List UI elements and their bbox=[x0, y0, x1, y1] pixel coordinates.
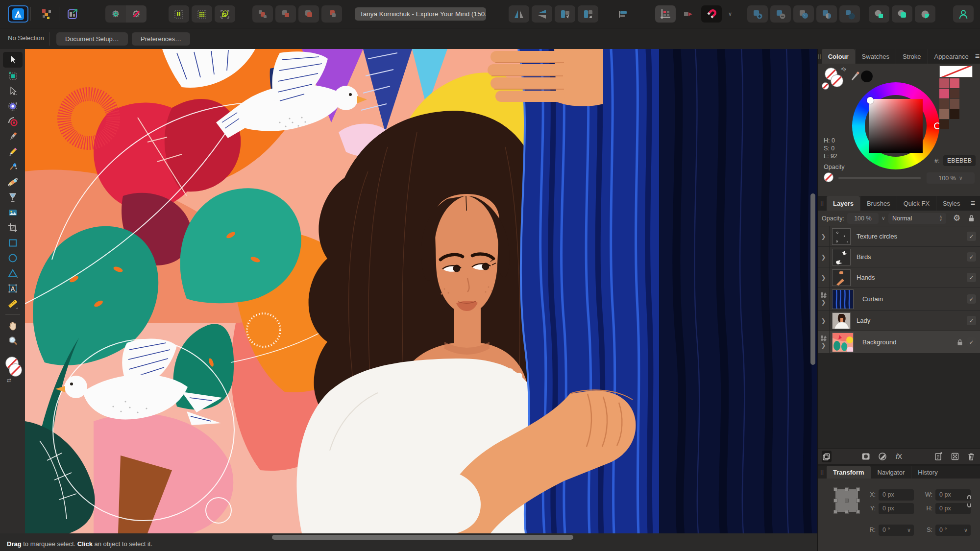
link-dimensions-icon[interactable] bbox=[966, 494, 973, 509]
gear-green-icon[interactable]: ⚙ bbox=[105, 5, 126, 23]
move-to-snap-icon[interactable] bbox=[678, 5, 699, 23]
saturation-square[interactable] bbox=[869, 99, 923, 153]
flip-horizontal-icon[interactable] bbox=[509, 5, 529, 23]
swatch-chip[interactable] bbox=[939, 109, 949, 119]
layer-thumbnail[interactable] bbox=[832, 269, 851, 286]
swatch-chip[interactable] bbox=[939, 78, 949, 88]
geometry-divide-icon[interactable] bbox=[816, 5, 837, 23]
ellipse-tool[interactable] bbox=[3, 251, 23, 265]
swatch-chip[interactable] bbox=[939, 120, 949, 129]
add-pixel-layer-icon[interactable] bbox=[950, 451, 960, 462]
layers-empty-area[interactable] bbox=[818, 354, 980, 448]
corner-tool[interactable] bbox=[3, 115, 23, 128]
delete-layer-icon[interactable] bbox=[966, 451, 976, 462]
swatch-chip[interactable] bbox=[950, 89, 959, 98]
place-image-tool[interactable] bbox=[3, 206, 23, 219]
geometry-add-icon[interactable] bbox=[747, 5, 768, 23]
shape-over-icon[interactable] bbox=[869, 5, 889, 23]
layers-opacity-field[interactable]: 100 % bbox=[847, 213, 879, 224]
vector-brush-tool[interactable] bbox=[3, 160, 23, 174]
layer-row-background[interactable]: ❯ Background ✓ bbox=[818, 331, 980, 354]
eyedropper-current-color[interactable] bbox=[861, 71, 873, 82]
layer-row-birds[interactable]: ❯ Birds ✓ bbox=[818, 247, 980, 267]
geometry-subtract-icon[interactable] bbox=[770, 5, 791, 23]
tab-layers[interactable]: Layers bbox=[827, 196, 860, 211]
fill-stroke-swatches[interactable]: ⇄ bbox=[3, 356, 23, 381]
rotation-field[interactable]: 0 °∨ bbox=[879, 525, 914, 536]
pixel-persona-icon[interactable] bbox=[36, 5, 57, 23]
blend-mode-select[interactable]: Normal ∧∨ bbox=[888, 213, 946, 224]
layer-row-curtain[interactable]: ❯ Curtain ✓ bbox=[818, 288, 980, 311]
point-transform-tool[interactable] bbox=[3, 99, 23, 113]
tab-transform[interactable]: Transform bbox=[827, 466, 871, 479]
crop-tool[interactable] bbox=[3, 221, 23, 235]
rotate-cw-icon[interactable] bbox=[578, 5, 598, 23]
y-field[interactable]: 0 px bbox=[879, 503, 914, 514]
geometry-intersect-icon[interactable] bbox=[793, 5, 814, 23]
sv-selector[interactable] bbox=[867, 97, 874, 104]
shape-quarter-icon[interactable] bbox=[915, 5, 935, 23]
swap-fill-stroke-icon[interactable]: ⇄ bbox=[840, 65, 848, 73]
grid-axis-icon[interactable] bbox=[655, 5, 676, 23]
tab-styles[interactable]: Styles bbox=[936, 196, 966, 211]
panel-grip[interactable]: || bbox=[818, 466, 827, 479]
insert-replace-icon[interactable] bbox=[321, 5, 342, 23]
insert-top-icon[interactable] bbox=[275, 5, 296, 23]
expand-chevron-icon[interactable]: ❯ bbox=[821, 274, 826, 281]
rotate-ccw-icon[interactable] bbox=[555, 5, 575, 23]
artistic-text-tool[interactable]: A bbox=[3, 282, 23, 295]
triangle-tool[interactable] bbox=[3, 266, 23, 280]
gradient-fill-tool[interactable] bbox=[3, 175, 23, 189]
view-hand-tool[interactable] bbox=[3, 319, 23, 333]
artboard-tool[interactable] bbox=[3, 69, 23, 83]
account-person-icon[interactable] bbox=[953, 5, 974, 23]
vector-ruler-tool[interactable] bbox=[3, 297, 23, 311]
tab-history[interactable]: History bbox=[911, 466, 944, 479]
snapping-dropdown-chevron[interactable]: ∨ bbox=[724, 5, 736, 23]
canvas-viewport[interactable] bbox=[25, 49, 817, 533]
insert-inside-icon[interactable] bbox=[298, 5, 319, 23]
layer-visibility-checkbox[interactable]: ✓ bbox=[967, 316, 976, 325]
affinity-designer-app-icon[interactable] bbox=[8, 5, 28, 23]
blend-options-gear-icon[interactable]: ⚙ bbox=[953, 213, 960, 223]
secondary-swatch[interactable] bbox=[822, 82, 829, 90]
snap-grid-dense-icon[interactable] bbox=[192, 5, 212, 23]
flip-vertical-icon[interactable] bbox=[532, 5, 552, 23]
eyedropper-icon[interactable] bbox=[847, 70, 862, 84]
anchor-point-selector[interactable] bbox=[835, 489, 858, 512]
adjustment-layer-icon[interactable] bbox=[878, 451, 887, 462]
pencil-tool[interactable] bbox=[3, 145, 23, 159]
x-field[interactable]: 0 px bbox=[879, 489, 914, 501]
canvas-vertical-scrollbar[interactable] bbox=[810, 193, 815, 365]
layer-thumbnail[interactable] bbox=[832, 249, 851, 265]
swatch-chip[interactable] bbox=[950, 78, 959, 88]
mask-layer-icon[interactable] bbox=[861, 451, 871, 462]
node-tool[interactable] bbox=[3, 84, 23, 98]
swatch-chip[interactable] bbox=[950, 109, 959, 119]
layer-thumbnail[interactable] bbox=[832, 289, 854, 309]
edit-all-layers-icon[interactable] bbox=[822, 451, 832, 462]
tab-brushes[interactable]: Brushes bbox=[860, 196, 897, 211]
lock-layer-icon[interactable] bbox=[968, 215, 975, 222]
insert-behind-icon[interactable] bbox=[252, 5, 273, 23]
swatch-chip[interactable] bbox=[939, 89, 949, 98]
export-persona-icon[interactable] bbox=[63, 5, 83, 23]
add-layer-icon[interactable] bbox=[933, 451, 943, 462]
swatch-chip[interactable] bbox=[939, 99, 949, 109]
panel-menu-icon[interactable]: ≡ bbox=[971, 199, 975, 208]
document-setup-button[interactable]: Document Setup… bbox=[56, 32, 128, 46]
zoom-tool[interactable] bbox=[3, 334, 23, 348]
swap-colors-arrow[interactable]: ⇄ bbox=[7, 377, 11, 383]
layer-row-lady[interactable]: ❯ Lady ✓ bbox=[818, 311, 980, 331]
expand-chevron-icon[interactable]: ❯ bbox=[821, 254, 826, 261]
expand-chevron-icon[interactable]: ❯ bbox=[821, 299, 826, 306]
tab-stroke[interactable]: Stroke bbox=[896, 49, 928, 64]
expand-chevron-icon[interactable]: ❯ bbox=[821, 233, 826, 240]
snap-shape-icon[interactable] bbox=[215, 5, 235, 23]
stroke-swatch[interactable] bbox=[831, 74, 843, 87]
panel-grip[interactable]: || bbox=[818, 196, 827, 211]
panel-menu-icon[interactable]: ≡ bbox=[975, 52, 980, 61]
layers-opacity-chevron[interactable]: ∨ bbox=[882, 215, 885, 221]
layer-effects-icon[interactable]: fX bbox=[894, 451, 904, 462]
opacity-value-field[interactable]: 100 %∨ bbox=[927, 172, 975, 184]
